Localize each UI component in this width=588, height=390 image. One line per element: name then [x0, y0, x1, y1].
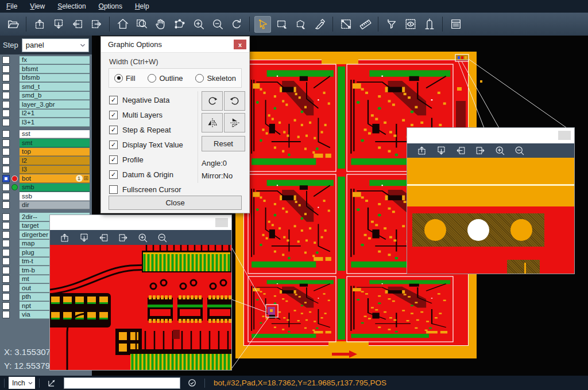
layer-checkbox-target[interactable] [2, 222, 10, 229]
pan-right-tool[interactable] [473, 145, 487, 157]
filter-tool[interactable] [383, 16, 400, 33]
pan-right-tool[interactable] [116, 231, 130, 244]
zoom-in-tool[interactable] [493, 145, 506, 157]
select-cursor-tool[interactable] [254, 16, 271, 33]
popup-left-view[interactable] [50, 245, 231, 370]
check-negative-data[interactable]: ✓Negative Data [109, 92, 183, 107]
zoom-in-tool[interactable] [190, 16, 207, 33]
layer-checkbox-top[interactable] [2, 148, 10, 155]
menu-file[interactable]: File [0, 0, 24, 13]
brush-tool[interactable] [311, 16, 328, 33]
layer-name[interactable]: fx [20, 56, 90, 65]
rotate-cw-button[interactable] [202, 91, 223, 111]
mirror-vertical-button[interactable] [224, 113, 245, 132]
layer-row-smd_b[interactable]: smd_b [0, 91, 92, 100]
layer-name[interactable]: top [20, 148, 90, 157]
layer-checkbox-smd_b[interactable] [2, 92, 10, 99]
refresh-icon[interactable] [187, 378, 197, 388]
layer-checkbox-bot[interactable] [2, 175, 10, 182]
layer-name[interactable]: dir [20, 201, 90, 210]
zoom-in-tool[interactable] [136, 231, 149, 244]
layer-checkbox-fx[interactable] [2, 56, 10, 64]
check-display-text-value[interactable]: ✓Display Text Value [109, 137, 183, 152]
mirror-horizontal-button[interactable] [202, 113, 223, 132]
popup-right-view[interactable] [407, 158, 574, 274]
layer-name[interactable]: bfsmb [20, 74, 90, 83]
layer-name[interactable]: ssb [20, 192, 90, 201]
radio-fill[interactable]: Fill [114, 74, 136, 83]
pan-up-tool[interactable] [31, 16, 48, 33]
layer-row-layer_3.gbr[interactable]: layer_3.gbr [0, 100, 92, 110]
layer-checkbox-dir[interactable] [2, 201, 10, 209]
layer-checkbox-npt[interactable] [2, 302, 10, 310]
layer-name[interactable]: l2 [20, 157, 90, 165]
layer-checkbox-l2+1[interactable] [2, 110, 10, 117]
rect-select-tool[interactable] [273, 16, 290, 33]
layer-row-l2+1[interactable]: l2+1 [0, 109, 92, 118]
menu-view[interactable]: View [24, 0, 51, 13]
corner-angle-icon[interactable] [47, 378, 57, 388]
layer-row-sst[interactable]: sst [0, 130, 92, 139]
move-vertex-tool[interactable] [171, 16, 188, 33]
layer-row-smb[interactable]: smb [0, 183, 92, 192]
folder-open-tool[interactable] [5, 16, 21, 33]
menu-options[interactable]: Options [92, 0, 129, 13]
zoom-out-tool[interactable] [209, 16, 226, 33]
popup-left-titlebar[interactable] [50, 215, 231, 230]
layer-checkbox-layer_3.gbr[interactable] [2, 101, 10, 108]
menu-help[interactable]: Help [129, 0, 156, 13]
layer-row-top[interactable]: top [0, 147, 92, 157]
layer-checkbox-l3[interactable] [2, 166, 10, 173]
layer-checkbox-2dir--[interactable] [2, 213, 10, 221]
layer-name[interactable]: smd_b [20, 92, 90, 100]
popup-right-titlebar[interactable] [407, 128, 574, 143]
layer-checkbox-bfsmb[interactable] [2, 74, 10, 81]
zoom-out-tool[interactable] [512, 145, 526, 157]
pan-right-tool[interactable] [88, 16, 105, 33]
popup-right-titlebar-button[interactable] [558, 131, 571, 140]
layer-name[interactable]: smt [20, 139, 90, 147]
layer-name[interactable]: bot1⊞ [20, 174, 90, 183]
measure-distance-tool[interactable] [338, 16, 354, 33]
pan-left-tool[interactable] [96, 231, 110, 244]
layer-name[interactable]: smd_t [20, 83, 90, 91]
layer-checkbox-mt[interactable] [2, 275, 10, 283]
check-fullscreen-cursor[interactable]: Fullscreen Cursor [109, 182, 183, 197]
layer-checkbox-sst[interactable] [2, 130, 10, 138]
pan-down-tool[interactable] [50, 16, 67, 33]
command-input[interactable] [64, 377, 180, 389]
rotate-ccw-button[interactable] [224, 91, 245, 111]
layer-row-bot[interactable]: bot1⊞ [0, 174, 92, 184]
popup-left-titlebar-button[interactable] [215, 218, 228, 227]
check-profile[interactable]: ✓Profile [109, 152, 183, 167]
layer-checkbox-tm-b[interactable] [2, 267, 10, 274]
radio-outline[interactable]: Outline [148, 74, 183, 83]
zoom-out-tool[interactable] [155, 231, 169, 244]
zoom-region-tool[interactable] [133, 16, 150, 33]
layer-name[interactable]: l3 [20, 166, 90, 174]
layer-row-ssb[interactable]: ssb [0, 192, 92, 201]
layer-checkbox-plug[interactable] [2, 249, 10, 256]
layer-row-smt[interactable]: smt [0, 139, 92, 148]
poly-select-tool[interactable] [292, 16, 309, 33]
layer-checkbox-pth[interactable] [2, 293, 10, 301]
pan-left-tool[interactable] [69, 16, 86, 33]
menu-selection[interactable]: Selection [51, 0, 92, 13]
close-button[interactable]: Close [109, 196, 242, 210]
layer-list-tool[interactable] [447, 16, 464, 33]
layer-checkbox-bfsmt[interactable] [2, 65, 10, 73]
layer-name[interactable]: l3+1 [20, 118, 90, 127]
pan-up-tool[interactable] [57, 231, 71, 244]
pan-down-tool[interactable] [434, 145, 448, 157]
layer-name[interactable]: l2+1 [20, 110, 90, 118]
check-datum-origin[interactable]: ✓Datum & Origin [109, 167, 183, 182]
view-eye-tool[interactable] [402, 16, 419, 33]
layer-checkbox-smt[interactable] [2, 139, 10, 147]
layer-checkbox-map[interactable] [2, 240, 10, 247]
layer-checkbox-tm-t[interactable] [2, 258, 10, 265]
layer-row-l3+1[interactable]: l3+1 [0, 118, 92, 127]
layer-row-fx[interactable]: fx [0, 56, 92, 65]
layer-row-l2[interactable]: l2 [0, 157, 92, 166]
layer-name[interactable]: smb [20, 184, 90, 192]
check-step-repeat[interactable]: ✓Step & Repeat [109, 122, 183, 137]
